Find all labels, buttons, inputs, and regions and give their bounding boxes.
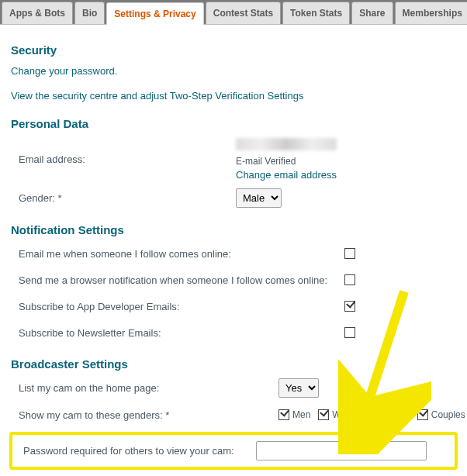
gender-women-checkbox[interactable] [318, 409, 329, 420]
newsletter-checkbox[interactable] [344, 327, 355, 338]
settings-content: Security Change your password. View the … [0, 25, 467, 476]
gender-women-label: Women [332, 409, 364, 420]
gender-trans-checkbox[interactable] [372, 409, 382, 420]
tab-share[interactable]: Share [351, 2, 393, 24]
password-highlight: Password required for others to view you… [9, 432, 458, 470]
personal-data-heading: Personal Data [11, 117, 456, 130]
email-label: Email address: [11, 153, 236, 165]
gender-select[interactable]: Male [236, 188, 282, 208]
change-email-link[interactable]: Change email address [236, 169, 337, 181]
gender-trans-label: Trans [386, 409, 409, 420]
gender-couples-label: Couples [431, 409, 465, 420]
change-password-link[interactable]: Change your password. [11, 65, 117, 77]
email-follow-online-label: Email me when someone I follow comes onl… [11, 248, 344, 260]
tab-settings-privacy[interactable]: Settings & Privacy [106, 2, 203, 25]
gender-label: Gender: * [11, 192, 236, 204]
two-step-link[interactable]: View the security centre and adjust Two-… [11, 90, 303, 102]
dev-emails-label: Subscribe to App Developer Emails: [11, 301, 344, 312]
gender-couples-checkbox[interactable] [417, 409, 428, 420]
cam-password-input[interactable] [256, 441, 427, 460]
tab-token-stats[interactable]: Token Stats [282, 2, 350, 24]
tab-memberships[interactable]: Memberships [395, 2, 467, 24]
browser-notif-label: Send me a browser notification when some… [11, 274, 344, 286]
security-heading: Security [11, 43, 456, 57]
tab-contest-stats[interactable]: Contest Stats [206, 2, 281, 24]
tab-bar: Apps & Bots Bio Settings & Privacy Conte… [0, 0, 467, 25]
gender-men-checkbox[interactable] [278, 409, 289, 420]
show-genders-label: Show my cam to these genders: * [11, 409, 278, 421]
list-cam-label: List my cam on the home page: [11, 382, 278, 394]
list-cam-select[interactable]: Yes [278, 378, 319, 398]
gender-men-label: Men [292, 409, 310, 420]
broadcaster-settings-heading: Broadcaster Settings [11, 357, 456, 371]
tab-bio[interactable]: Bio [74, 2, 105, 24]
notification-settings-heading: Notification Settings [11, 223, 456, 236]
email-follow-online-checkbox[interactable] [344, 248, 355, 259]
newsletter-label: Subscribe to Newsletter Emails: [11, 327, 344, 339]
browser-notif-checkbox[interactable] [344, 274, 355, 285]
cam-password-label: Password required for others to view you… [16, 445, 256, 457]
email-value-redacted [236, 138, 337, 150]
dev-emails-checkbox[interactable] [344, 301, 355, 312]
email-verified-text: E-mail Verified [236, 156, 456, 167]
tab-apps-bots[interactable]: Apps & Bots [2, 2, 73, 24]
